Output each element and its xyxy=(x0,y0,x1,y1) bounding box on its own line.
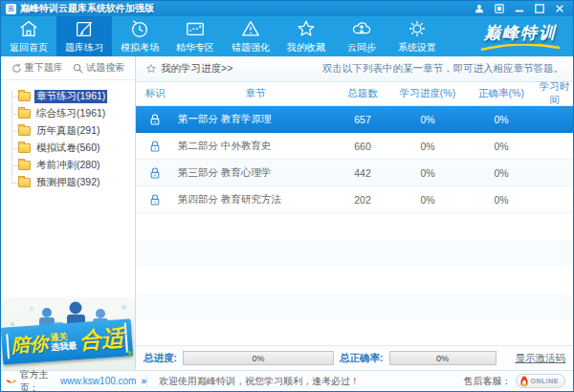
welcome-message: 欢迎使用巅峰特训，祝您学习顺利，逢考必过！ xyxy=(159,375,360,388)
tab-practice[interactable]: 题库练习 xyxy=(56,16,112,56)
table-row[interactable]: 第一部分 教育学原理 657 0% 0% xyxy=(136,106,573,133)
double-click-hint: 双击以下列表中的某一章节，即可进入相应章节答题。 xyxy=(322,62,563,76)
qq-penguin-icon xyxy=(519,376,529,386)
folder-icon xyxy=(18,161,31,170)
redownload-bank-button[interactable]: 重下题库 xyxy=(11,61,63,75)
promo-text-middle: 通关 选我最 xyxy=(50,332,77,353)
cloud-sync-icon xyxy=(351,18,372,39)
tree-item-mock-papers[interactable]: 模拟试卷(560) xyxy=(9,140,133,157)
tree-item-past-papers[interactable]: 历年真题(291) xyxy=(9,122,133,140)
progress-star-icon xyxy=(145,63,157,75)
progress-value: 0% xyxy=(388,167,467,179)
empty-table-area xyxy=(136,213,573,345)
skin-icon[interactable] xyxy=(495,4,504,13)
row-flag xyxy=(136,166,174,180)
table-row[interactable]: 第三部分 教育心理学 442 0% 0% xyxy=(136,160,573,186)
statusbar-divider xyxy=(146,375,147,387)
total-questions: 660 xyxy=(337,141,388,152)
total-questions: 657 xyxy=(337,114,388,125)
progress-value: 0% xyxy=(388,194,467,206)
table-row[interactable]: 第二部分 中外教育史 660 0% 0% xyxy=(136,133,573,160)
tab-favorites[interactable]: 我的收藏 xyxy=(278,16,334,56)
tool-label: 系统设置 xyxy=(398,41,436,54)
question-search-button[interactable]: 试题搜索 xyxy=(73,61,124,75)
close-icon[interactable] xyxy=(555,4,564,13)
edit-icon xyxy=(74,18,95,39)
minimize-icon[interactable] xyxy=(515,4,524,13)
accuracy-value: 0% xyxy=(467,141,536,152)
promo-banner[interactable]: 陪你 通关 选我最 合适 xyxy=(1,297,135,370)
brand-logo: 巅峰特训 xyxy=(479,22,562,52)
total-accuracy-bar: 0% xyxy=(389,351,497,365)
tab-cloud-sync[interactable]: 云同步 xyxy=(334,16,389,56)
lock-icon xyxy=(148,166,162,180)
tab-mock-exam[interactable]: 模拟考场 xyxy=(112,16,167,56)
logo-swoosh xyxy=(479,44,562,52)
tree-item-pre-exam-sprint[interactable]: 考前冲刺(280) xyxy=(9,157,133,174)
col-accuracy: 正确率(%) xyxy=(467,87,536,100)
warning-icon xyxy=(240,18,261,39)
tool-label: 模拟考场 xyxy=(121,41,159,54)
progress-value: 0% xyxy=(388,141,467,152)
chapter-name: 第二部分 中外教育史 xyxy=(174,140,337,153)
titlebar: 云 巅峰特训云题库系统软件加强版 xyxy=(1,1,573,16)
content-area: 重下题库 试题搜索 章节练习(1961) 综合练习(1961) xyxy=(1,56,573,370)
tool-label: 返回首页 xyxy=(10,41,48,54)
row-flag xyxy=(136,193,174,207)
accuracy-value: 0% xyxy=(467,194,536,206)
progress-value: 0% xyxy=(388,114,467,125)
official-site-link[interactable]: www.ksw100.com xyxy=(60,376,136,386)
tree-label: 预测押题(392) xyxy=(34,176,102,189)
brand-logo-text: 巅峰特训 xyxy=(484,22,557,44)
col-time: 学习时间 xyxy=(536,80,573,107)
total-questions: 202 xyxy=(337,194,388,206)
history-clock-icon xyxy=(129,18,150,39)
tree-item-chapter-practice[interactable]: 章节练习(1961) xyxy=(9,88,133,105)
tool-label: 错题强化 xyxy=(232,41,270,54)
star-icon xyxy=(296,18,317,39)
show-activation-code-link[interactable]: 显示激活码 xyxy=(516,352,566,365)
statusbar-left: 官方主页： www.ksw100.com » xyxy=(1,368,146,392)
summary-bar: 总进度: 0% 总正确率: 0% 显示激活码 xyxy=(136,345,573,370)
lock-icon xyxy=(148,193,162,207)
window-title: 巅峰特训云题库系统软件加强版 xyxy=(20,2,154,15)
col-chapter: 章节 xyxy=(174,87,337,100)
tool-label: 我的收藏 xyxy=(287,41,325,54)
col-flag: 标识 xyxy=(136,87,174,100)
sidebar: 重下题库 试题搜索 章节练习(1961) 综合练习(1961) xyxy=(1,56,136,370)
promo-ribbon: 陪你 通关 选我最 合适 xyxy=(1,318,133,364)
question-bank-tree: 章节练习(1961) 综合练习(1961) 历年真题(291) 模拟试卷(560… xyxy=(1,80,135,297)
tool-label: 题库练习 xyxy=(65,41,103,54)
table-row[interactable]: 第四部分 教育研究方法 202 0% 0% xyxy=(136,186,573,213)
tree-label: 章节练习(1961) xyxy=(34,90,107,103)
refresh-icon xyxy=(11,63,22,74)
tab-wrong-questions[interactable]: 错题强化 xyxy=(223,16,278,56)
progress-header: 我的学习进度>> 双击以下列表中的某一章节，即可进入相应章节答题。 xyxy=(136,56,573,82)
row-flag xyxy=(136,140,174,153)
wing-logo-icon xyxy=(6,377,17,386)
table-header: 标识 章节 总题数 学习进度(%) 正确率(%) 学习时间 xyxy=(136,82,573,106)
folder-icon xyxy=(18,126,31,136)
chapter-name: 第四部分 教育研究方法 xyxy=(174,193,337,207)
user-icon[interactable] xyxy=(475,4,484,13)
window-controls xyxy=(475,4,568,13)
lock-icon xyxy=(148,113,162,126)
online-text: ONLINE xyxy=(531,378,559,384)
tab-featured-zone[interactable]: 精华专区 xyxy=(167,16,223,56)
accuracy-value: 0% xyxy=(467,114,536,125)
promo-text-2: 选我最 xyxy=(51,341,77,353)
total-accuracy-label: 总正确率: xyxy=(340,352,384,365)
chapter-name: 第一部分 教育学原理 xyxy=(174,113,337,126)
maximize-icon[interactable] xyxy=(535,4,544,13)
tree-item-comprehensive-practice[interactable]: 综合练习(1961) xyxy=(9,105,133,122)
tree-label: 综合练习(1961) xyxy=(34,107,107,120)
total-accuracy-value: 0% xyxy=(436,354,449,363)
tool-label: 云同步 xyxy=(347,41,376,54)
tree-item-predicted-questions[interactable]: 预测押题(392) xyxy=(9,174,133,191)
home-label: 官方主页： xyxy=(20,368,57,392)
tab-settings[interactable]: 系统设置 xyxy=(389,16,445,56)
total-progress-label: 总进度: xyxy=(144,352,177,365)
tree-label: 历年真题(291) xyxy=(34,124,102,138)
qq-online-badge[interactable]: ONLINE xyxy=(516,374,565,388)
tab-home[interactable]: 返回首页 xyxy=(1,16,56,56)
